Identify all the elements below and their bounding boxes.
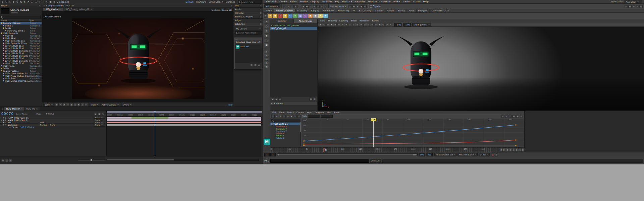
close-tab-icon[interactable]: ×	[90, 8, 92, 11]
selection-tool-icon[interactable]: ↖	[4, 0, 8, 4]
collapsed-panel-header[interactable]: Preview ≡	[234, 11, 263, 15]
channel-row[interactable]: Translate Z	[270, 130, 301, 132]
shelf-tab[interactable]: Arnold	[385, 9, 396, 12]
2d-pan-zoom-icon[interactable]: ⊕	[337, 23, 340, 26]
expander-icon[interactable]: ▾	[271, 123, 272, 125]
panel-menu-icon[interactable]: ≡	[260, 4, 262, 7]
step-back-frame-button[interactable]: ◀◀	[502, 148, 505, 152]
project-row[interactable]: Layer 4/HUD_01.ai Vector Art	[0, 57, 42, 60]
workspace-tab[interactable]: Small Screen	[207, 1, 224, 3]
menu-item[interactable]: Edit	[271, 0, 278, 3]
pull-from-ae-icon[interactable]: ⊟	[313, 97, 316, 101]
open-render-view-icon[interactable]: ▣	[352, 5, 356, 8]
channel-row[interactable]: Rotate Z	[270, 137, 301, 139]
panel-menu-icon[interactable]: ≡	[260, 8, 262, 11]
view-layout-dropdown[interactable]: 1 View	[121, 103, 133, 107]
label-chip[interactable]	[3, 58, 4, 59]
zoom-slider-knob[interactable]	[91, 159, 92, 161]
default-lighting-icon[interactable]: ✦	[378, 23, 381, 26]
shelf-tab[interactable]: Rigging	[309, 9, 321, 12]
comp-mini-flow-icon[interactable]: ◆	[94, 112, 97, 116]
comp-tab[interactable]: HUD_Proxy_Halfres_01 ×	[63, 8, 94, 11]
project-row[interactable]: Layer 3/HUD_01.ai Vector Art	[0, 52, 42, 55]
lattice-deform-keys-icon[interactable]: ⊞	[279, 115, 282, 118]
film-gate-icon[interactable]: ▭	[348, 23, 352, 26]
viewport-menu-item[interactable]: Renderer	[358, 19, 371, 22]
in-out-columns-icon[interactable]: ▤	[9, 159, 12, 162]
workspace-tab[interactable]: Default	[184, 1, 195, 3]
mash-waiter-icon[interactable]: ◆	[273, 14, 277, 18]
layer-bar-row[interactable]	[107, 124, 262, 126]
xgen-editor-icon[interactable]: ▦	[628, 5, 632, 8]
camera-dropdown[interactable]: Active Camera	[100, 103, 120, 107]
undo-icon[interactable]: ↶	[294, 5, 298, 8]
project-row[interactable]: Layer 5/HUD_01.ai Vector Art	[0, 62, 42, 65]
curve-smoothness-icon[interactable]: ◠	[508, 115, 512, 118]
channel-row[interactable]: Rotate X	[270, 132, 301, 134]
renderer-value[interactable]: Classic 3D	[221, 9, 232, 11]
project-tab[interactable]: Project	[1, 4, 8, 7]
label-chip[interactable]	[1, 22, 2, 24]
snapshot-icon[interactable]: ◎	[73, 103, 77, 106]
panel-grip-icon[interactable]: ≡	[43, 4, 45, 7]
key-icon[interactable]: ◆	[271, 97, 274, 101]
graph-menu-item[interactable]: Show	[332, 111, 341, 114]
paint-select-icon[interactable]: ✎	[264, 29, 269, 33]
current-time-indicator[interactable]	[155, 111, 155, 156]
anim-layer-dropdown[interactable]: No Anim Layer	[458, 153, 477, 156]
project-row[interactable]: HUD_Master Composit...	[0, 65, 42, 67]
graph-menu-item[interactable]: Edit	[271, 111, 278, 114]
menu-set-dropdown[interactable]: Animation	[264, 4, 280, 8]
frame-selection-icon[interactable]: ◎	[374, 23, 377, 26]
lock-camera-icon[interactable]: ▢	[323, 23, 326, 26]
move-nearest-key-icon[interactable]: ↖	[271, 115, 275, 118]
panel-menu-icon[interactable]: ≡	[260, 19, 262, 22]
label-chip[interactable]	[1, 68, 2, 69]
project-row[interactable]: HUD_Proxy_Halfres_01.mov QuickTim...	[0, 75, 42, 77]
menu-item[interactable]: Key	[333, 0, 340, 3]
project-row[interactable]: Layer 4/HUD_Elements_01b.ai Vector Art	[0, 60, 42, 62]
label-chip[interactable]	[3, 27, 4, 29]
four-pane-layout-icon[interactable]: ⊞	[264, 54, 269, 57]
playback-start-field[interactable]: 1	[270, 153, 276, 156]
label-chip[interactable]	[3, 78, 4, 79]
redo-icon[interactable]: ↷	[298, 5, 301, 8]
shelf-tab[interactable]: Bifrost	[396, 9, 407, 12]
resolution-gate-icon[interactable]: ▯	[352, 23, 355, 26]
label-chip[interactable]	[3, 55, 4, 56]
layer-bar-row[interactable]	[107, 117, 262, 119]
grease-pencil-icon[interactable]: ✎	[341, 23, 344, 26]
menu-item[interactable]: Deform	[367, 0, 378, 3]
label-chip[interactable]	[3, 48, 4, 49]
label-chip[interactable]	[3, 53, 4, 54]
panel-menu-icon[interactable]: ≡	[260, 15, 262, 18]
mask-visibility-icon[interactable]: ◔	[62, 103, 66, 106]
scale-tool-icon[interactable]: ▣	[264, 43, 269, 47]
shelf-tab[interactable]: Motion Graphics	[274, 9, 296, 12]
live-surface-label[interactable]: No Live Surface	[330, 5, 346, 7]
outliner-tab[interactable]: Outliner	[270, 19, 294, 23]
keyframe-span-segment[interactable]	[131, 117, 168, 119]
comp-tab[interactable]: HUD_Master ×	[43, 8, 63, 11]
fast-previews-icon[interactable]: ⊙	[85, 103, 88, 106]
zoom-tool-icon[interactable]: ⊕	[12, 0, 15, 4]
orbit-camera-icon[interactable]: ↻	[15, 0, 19, 4]
save-scene-icon[interactable]: ◫	[290, 5, 294, 8]
collapsed-panel-header[interactable]: Align ≡	[234, 19, 263, 22]
dope-sheet-icon[interactable]: ▤	[512, 115, 516, 118]
collapsed-panel-header[interactable]: Effects & Presets ≡	[234, 15, 263, 19]
menu-item[interactable]: Select	[289, 0, 299, 3]
shelf-tab[interactable]: Polygons	[417, 9, 430, 12]
channels-icon[interactable]: ◐	[77, 103, 80, 106]
persp-outliner-layout-icon[interactable]: ◫	[264, 57, 269, 61]
graph-menu-item[interactable]: Keys	[306, 111, 313, 114]
shelf-tab[interactable]: FX Caching	[357, 9, 373, 12]
region-keys-icon[interactable]: ▭	[282, 115, 286, 118]
field-chart-icon[interactable]: #	[360, 23, 363, 26]
hypershade-layout-icon[interactable]: ▤	[264, 65, 269, 68]
property-value[interactable]: 100.0,100.0%	[20, 126, 34, 128]
outliner-tab[interactable]: AE Live Link	[294, 19, 317, 23]
mask-tool-icon[interactable]: ▭	[34, 0, 38, 4]
range-slider-track[interactable]: 1300	[277, 153, 418, 156]
menu-item[interactable]: Playback	[340, 0, 354, 3]
